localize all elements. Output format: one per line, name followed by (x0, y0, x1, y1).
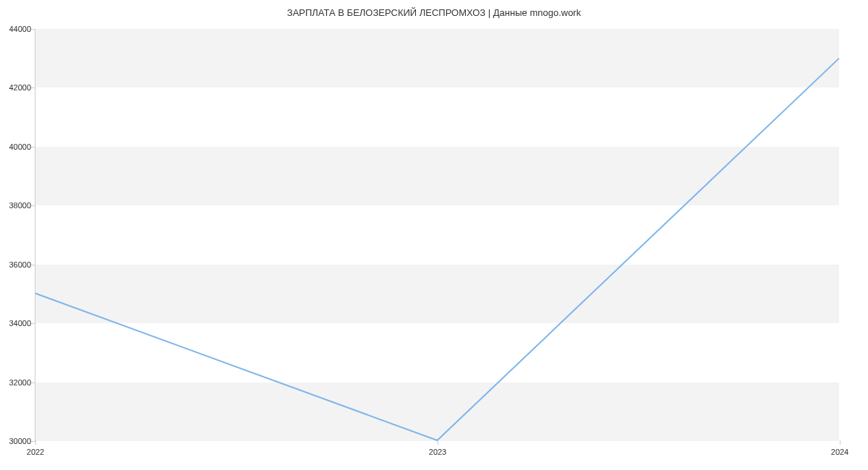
y-tick-label: 34000 (4, 319, 31, 328)
y-tick (31, 323, 35, 324)
y-tick (31, 147, 35, 148)
line-layer (35, 29, 839, 440)
y-tick (31, 87, 35, 88)
y-tick (31, 265, 35, 265)
y-tick (31, 383, 35, 383)
x-tick-label: 2022 (27, 448, 44, 456)
y-tick-label: 36000 (4, 260, 31, 269)
y-tick-label: 30000 (4, 437, 31, 445)
y-tick (31, 29, 35, 30)
plot-area: 3000032000340003600038000400004200044000… (35, 29, 839, 441)
y-tick-label: 32000 (4, 378, 31, 387)
chart-title: ЗАРПЛАТА В БЕЛОЗЕРСКИЙ ЛЕСПРОМХОЗ | Данн… (0, 0, 868, 18)
x-tick (840, 440, 841, 445)
y-tick-label: 42000 (4, 83, 31, 92)
series-line (35, 59, 839, 440)
y-tick-label: 44000 (4, 25, 31, 33)
x-tick (35, 440, 36, 445)
y-tick-label: 40000 (4, 142, 31, 151)
y-tick-label: 38000 (4, 201, 31, 210)
x-tick-label: 2024 (831, 448, 848, 456)
x-tick-label: 2023 (429, 448, 446, 456)
y-tick (31, 205, 35, 206)
x-tick (438, 440, 438, 445)
